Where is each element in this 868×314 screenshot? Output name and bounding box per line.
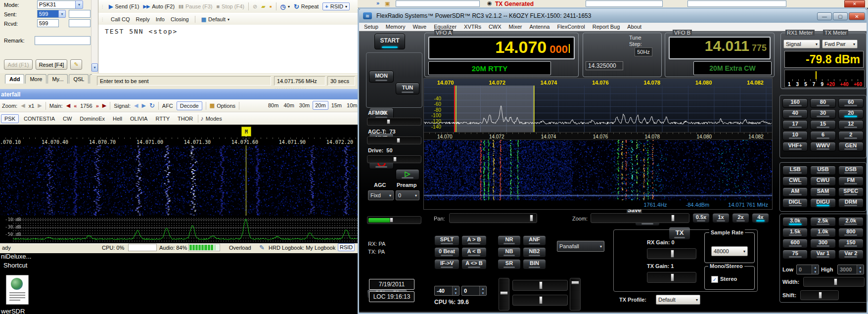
eraser-icon[interactable]: ▰ [261, 3, 265, 10]
menu-item[interactable]: Mixer [509, 24, 522, 30]
pan-slider[interactable] [449, 213, 537, 223]
add-button[interactable]: Add (F1) [4, 59, 33, 70]
default-macro-button[interactable]: ▦Default▾ [201, 16, 229, 23]
mode-button[interactable]: SPEC [838, 187, 864, 197]
sent-input[interactable]: 599 [37, 10, 59, 18]
form-tab[interactable]: My... [47, 74, 68, 84]
form-tab[interactable]: More [25, 74, 46, 84]
repeat-button[interactable]: ↻Repeat [294, 3, 319, 10]
rit-spinner[interactable]: 0 ▲▼ [461, 286, 487, 296]
digital-mode-tab[interactable]: RTTY [152, 115, 173, 123]
xit-spinner[interactable]: -40 ▲▼ [434, 286, 459, 296]
sample-rate-select[interactable]: 48000▾ [711, 246, 748, 256]
mode-button[interactable]: USB [810, 166, 835, 175]
status-rsid-button[interactable]: RSID [338, 243, 355, 251]
tx-meter-select[interactable]: Fwd Pwr▾ [822, 40, 858, 48]
band-button[interactable]: 30 [810, 109, 835, 119]
zoom-out-icon[interactable]: ◀ [21, 102, 25, 109]
rcvd-input[interactable]: 599 [37, 19, 59, 27]
band-button[interactable]: 160 [782, 98, 808, 108]
hrd-band-button[interactable]: 40m [281, 101, 296, 109]
menu-item[interactable]: CWX [489, 24, 502, 30]
balance-slider-right[interactable] [570, 278, 581, 311]
powersdr-waterfall[interactable] [424, 140, 772, 200]
dsp-button[interactable]: NB [498, 247, 521, 258]
zoom-preset-button[interactable]: 2x [732, 213, 749, 223]
form-tab[interactable]: Add [5, 74, 24, 84]
agc-select[interactable]: Fixd▾ [368, 190, 394, 200]
filter-button[interactable]: 1.0k [810, 228, 835, 237]
band-button[interactable]: 6 [810, 131, 835, 140]
band-button[interactable]: 80 [810, 98, 835, 108]
rx-gain-slider[interactable] [647, 248, 696, 259]
spin-up-icon[interactable]: ▲ [453, 286, 459, 291]
mode-button[interactable]: DRM [838, 198, 864, 208]
zoom-preset-button[interactable]: 4x [752, 213, 769, 223]
mode-button[interactable]: DSB [838, 166, 864, 175]
hrd-band-button[interactable]: 15m [329, 101, 344, 109]
digital-mode-tab[interactable]: DominoEx [77, 115, 108, 123]
afc-button[interactable]: AFC [162, 103, 173, 109]
signal-refresh-icon[interactable]: ↻ [149, 102, 155, 109]
band-button[interactable]: 60 [838, 98, 864, 108]
call-cq-button[interactable]: Call CQ [111, 16, 130, 22]
hrd-frequency-header[interactable]: M .070.1014.070.4014.070.7014.071.0014.0… [0, 125, 358, 146]
digital-mode-tab[interactable]: Hell [110, 115, 125, 123]
band-button[interactable]: GEN [838, 142, 864, 151]
band-button[interactable]: 40 [782, 109, 808, 119]
display-mode-select[interactable]: Panafall▾ [557, 241, 604, 252]
digital-mode-tab[interactable]: THOR [175, 115, 196, 123]
mode-button[interactable]: AM [782, 187, 808, 197]
mode-dropdown-icon[interactable]: ▾ [75, 0, 83, 9]
desktop-icon-label-powersdr[interactable]: werSDR [1, 308, 25, 314]
spin-up-icon[interactable]: ▲ [480, 286, 486, 291]
band-button[interactable]: 2 [838, 131, 864, 140]
menu-item[interactable]: Report Bug [593, 24, 620, 30]
spectrum-display[interactable] [424, 79, 772, 132]
spin-down-icon[interactable]: ▼ [453, 291, 459, 295]
filter-button[interactable]: 3.0k [782, 217, 808, 226]
menu-item[interactable]: Antenna [529, 24, 549, 30]
sent-dropdown-icon[interactable]: ▾ [58, 10, 66, 18]
mode-button[interactable]: LSB [782, 166, 808, 175]
hrd-band-button[interactable]: 80m [266, 101, 280, 109]
menu-item[interactable]: Setup [364, 24, 378, 30]
form-scrollbar[interactable]: ▾ [91, 0, 98, 72]
vfo-b-display[interactable]: 14.011 775 [669, 37, 771, 59]
filter-button[interactable]: 300 [810, 239, 835, 248]
info-button[interactable]: Info [156, 16, 165, 22]
rcvd-extra-input[interactable] [69, 19, 91, 27]
balance-slider-left[interactable] [499, 278, 509, 311]
options-button[interactable]: ▦Options [210, 102, 235, 109]
rx-meter-select[interactable]: Signal▾ [783, 40, 820, 48]
decode-button[interactable]: Decode [177, 101, 202, 110]
menu-item[interactable]: Memory [386, 24, 406, 30]
main-left-icon[interactable]: ◀ [66, 102, 70, 109]
vfo-op-button[interactable]: A > B [461, 235, 487, 246]
mon-button[interactable]: MON [369, 71, 394, 83]
mode-button[interactable]: CWL [782, 177, 808, 186]
band-button[interactable]: 20 [838, 109, 864, 119]
filter-button[interactable]: Var 1 [810, 250, 835, 259]
digital-mode-tab[interactable]: CONTESTIA [21, 115, 58, 123]
tx-generated-radio-icon[interactable]: ◉ [487, 0, 492, 6]
play-button[interactable]: ▷ [396, 169, 419, 180]
vfo-a-display[interactable]: 14.070 000 [428, 37, 575, 59]
band-button[interactable]: 12 [838, 120, 864, 130]
mode-button[interactable]: SAM [810, 187, 835, 197]
filter-button[interactable]: Var 2 [838, 250, 864, 259]
menu-item[interactable]: Wave [412, 24, 426, 30]
main-rewind-icon[interactable]: « [74, 103, 77, 109]
dsp-button[interactable]: BIN [523, 259, 546, 269]
digital-mode-tab[interactable]: CW [60, 115, 75, 123]
desktop-icon-html-file[interactable] [6, 275, 29, 305]
band-button[interactable]: VHF+ [782, 142, 808, 151]
reply-button[interactable]: Reply [136, 16, 150, 22]
main-right-icon[interactable]: ▶ [102, 102, 106, 109]
more-tools-icon[interactable]: » [376, 0, 379, 6]
dsp-button[interactable]: SR [498, 259, 521, 269]
filter-button[interactable]: 600 [782, 239, 808, 248]
mode-select[interactable]: PSK31 [37, 0, 76, 9]
menu-item[interactable]: XVTRs [464, 24, 481, 30]
stop-button[interactable]: ■Stop (F4) [216, 3, 244, 9]
